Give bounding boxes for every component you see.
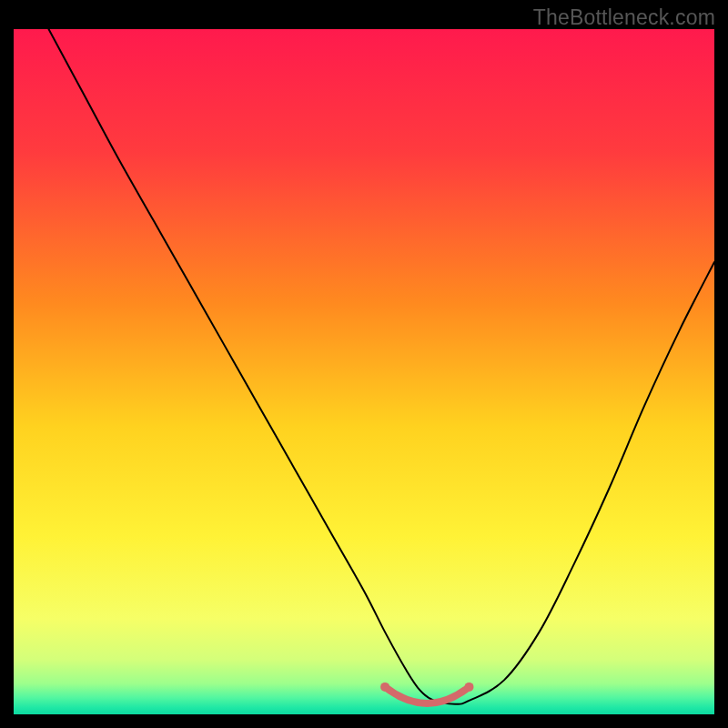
svg-point-1 — [380, 682, 389, 692]
chart-frame: TheBottleneck.com — [0, 0, 728, 728]
plot-area — [14, 29, 714, 714]
svg-point-2 — [465, 682, 474, 692]
highlight-region — [14, 29, 714, 714]
attribution-text: TheBottleneck.com — [533, 5, 715, 30]
